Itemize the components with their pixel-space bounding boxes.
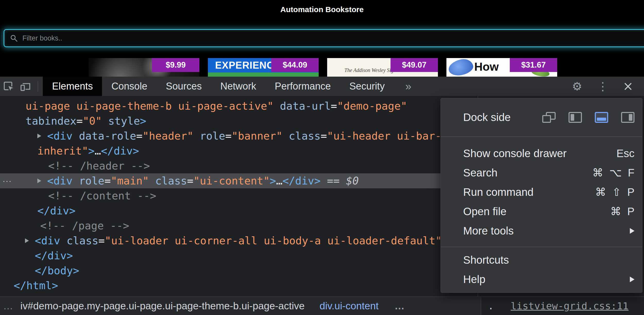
menu-item-show-console-drawer[interactable]: Show console drawerEsc	[441, 144, 642, 163]
breadcrumb-overflow: …	[3, 300, 13, 312]
tab-security[interactable]: Security	[340, 77, 394, 96]
search-icon	[10, 34, 18, 42]
undock-icon[interactable]	[542, 112, 556, 123]
tab-sources[interactable]: Sources	[157, 77, 211, 96]
expand-arrow-icon[interactable]	[25, 238, 29, 243]
shortcut-label: ⌘ ⌥ F	[592, 166, 634, 179]
expand-arrow-icon[interactable]	[37, 134, 41, 138]
price-badge: $31.67	[510, 58, 557, 72]
close-devtools-icon[interactable]	[623, 82, 633, 91]
submenu-arrow-icon	[630, 277, 634, 282]
devtools-panel: ElementsConsoleSourcesNetworkPerformance…	[0, 77, 644, 315]
devtools-statusbar: … iv#demo-page.my-page.ui-page.ui-page-t…	[0, 296, 644, 315]
elements-tree-node[interactable]: <div class="ui-loader ui-corner-all ui-b…	[0, 233, 478, 248]
elements-tree-node[interactable]: </div>	[0, 248, 478, 263]
tab-console[interactable]: Console	[102, 77, 156, 96]
settings-gear-icon[interactable]: ⚙	[572, 81, 582, 92]
elements-tree-node[interactable]: </body>	[0, 263, 478, 278]
tab-performance[interactable]: Performance	[266, 77, 340, 96]
inspect-element-icon[interactable]	[0, 77, 17, 96]
node-actions-icon[interactable]: ···	[3, 173, 12, 188]
dragon-illustration	[447, 58, 474, 77]
elements-tree-node[interactable]: inherit">…</div>	[0, 143, 478, 158]
elements-tree-node[interactable]: <!-- /page -->	[0, 218, 478, 233]
devtools-toolbar: ElementsConsoleSourcesNetworkPerformance…	[0, 77, 644, 96]
dock-side-options	[542, 112, 634, 123]
menu-item-open-file[interactable]: Open file⌘ P	[441, 202, 642, 221]
shortcut-label: ⌘ P	[610, 205, 634, 218]
book-cover-2[interactable]: EXPERIENCES$44.09	[208, 58, 319, 77]
books-row: $9.99EXPERIENCES$44.09The Addison Wesley…	[0, 58, 644, 77]
elements-tree-node[interactable]: </div>	[0, 203, 478, 218]
stylesheet-link[interactable]: listview-grid.css:11	[511, 300, 629, 312]
menu-item-help[interactable]: Help	[441, 270, 642, 289]
styles-selector-fragment: .	[488, 300, 494, 312]
menu-item-run-command[interactable]: Run command⌘ ⇧ P	[441, 182, 642, 202]
elements-tree-node[interactable]: </html>	[0, 278, 478, 293]
price-badge: $9.99	[152, 58, 199, 72]
elements-tree-node[interactable]: <!-- /content -->	[0, 188, 478, 203]
book-title: How	[474, 60, 499, 74]
shortcut-label: Esc	[616, 147, 634, 160]
dock-left-icon[interactable]	[569, 112, 582, 123]
more-tabs-button[interactable]: »	[403, 80, 413, 93]
book-cover-4[interactable]: How$31.67	[446, 58, 557, 77]
breadcrumb-more[interactable]: …	[395, 300, 405, 312]
kebab-menu-icon[interactable]: ⋮	[597, 81, 608, 92]
elements-tree-node[interactable]: <div data-role="header" role="banner" cl…	[0, 128, 478, 143]
submenu-arrow-icon	[630, 228, 634, 234]
dock-right-icon[interactable]	[621, 112, 634, 123]
price-badge: $44.09	[271, 58, 319, 72]
elements-tree-node[interactable]: tabindex="0" style>	[0, 114, 478, 128]
shortcut-label: ⌘ ⇧ P	[595, 186, 634, 198]
menu-item-dock-side: Dock side	[441, 98, 642, 136]
toolbar-divider	[38, 81, 38, 92]
price-badge: $49.07	[391, 58, 438, 72]
dock-side-label: Dock side	[463, 111, 511, 124]
tab-elements[interactable]: Elements	[43, 77, 102, 96]
breadcrumb-item-selected[interactable]: div.ui-content	[319, 300, 378, 312]
book-cover-1[interactable]: $9.99	[89, 58, 199, 77]
store-header: Automation Bookstore	[0, 0, 644, 23]
breadcrumb-item-page[interactable]: iv#demo-page.my-page.ui-page.ui-page-the…	[20, 300, 304, 312]
store-title: Automation Bookstore	[280, 5, 363, 23]
elements-tree: ui-page ui-page-theme-b ui-page-active" …	[0, 96, 478, 297]
filter-books-input[interactable]	[22, 34, 643, 43]
elements-tree-node[interactable]: ui-page ui-page-theme-b ui-page-active" …	[0, 99, 478, 114]
device-toolbar-icon[interactable]	[17, 77, 34, 96]
menu-item-search[interactable]: Search⌘ ⌥ F	[441, 163, 642, 182]
book-cover-3[interactable]: The Addison Wesley Signature Series$49.0…	[327, 58, 438, 77]
elements-tree-node[interactable]: ···<div role="main" class="ui-content">……	[0, 173, 478, 188]
breadcrumb: … iv#demo-page.my-page.ui-page.ui-page-t…	[0, 297, 481, 315]
elements-tree-node[interactable]: <!-- /header -->	[0, 158, 478, 173]
tab-network[interactable]: Network	[211, 77, 265, 96]
menu-item-more-tools[interactable]: More tools	[441, 221, 642, 240]
styles-pane-bottom: . listview-grid.css:11	[481, 297, 644, 315]
dock-bottom-icon[interactable]	[595, 112, 608, 123]
menu-item-shortcuts[interactable]: Shortcuts	[441, 250, 642, 270]
devtools-tabs: ElementsConsoleSourcesNetworkPerformance…	[43, 77, 394, 96]
expand-arrow-icon[interactable]	[37, 179, 41, 183]
toolbar-right-icons: ⚙ ⋮	[572, 81, 644, 92]
devtools-main-menu: Dock side Show console drawerEscSearch⌘ …	[440, 98, 642, 293]
filter-books-search[interactable]	[4, 29, 644, 47]
